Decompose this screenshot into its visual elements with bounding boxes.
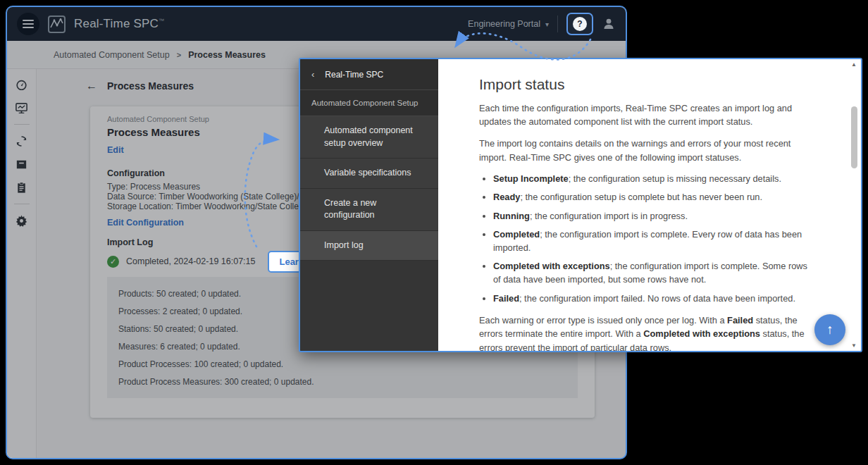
bullet-completed-with-exceptions: Completed with exceptions; the configura… (493, 260, 814, 286)
help-scrollbar[interactable]: ▲ ▼ (850, 61, 859, 349)
help-panel: ‹ Real-Time SPC Automated Component Setu… (299, 58, 862, 352)
article-title: Import status (479, 76, 814, 93)
bullet-running: Running; the configuration import is in … (493, 210, 814, 223)
help-nav-item-overview[interactable]: Automated component setup overview (300, 116, 438, 159)
article-paragraph-2: The import log contains details on the w… (479, 137, 814, 163)
help-button[interactable]: ? (566, 13, 593, 35)
bullet-completed: Completed; the configuration import is c… (493, 228, 814, 254)
back-to-top-button[interactable]: ↑ (814, 314, 845, 345)
scroll-down-icon[interactable]: ▼ (851, 342, 857, 349)
bullet-setup-incomplete: Setup Incomplete; the configuration setu… (493, 173, 814, 186)
status-bullet-list: Setup Incomplete; the configuration setu… (479, 173, 814, 305)
up-arrow-icon: ↑ (826, 322, 833, 337)
help-nav-filler (300, 261, 438, 351)
chevron-left-icon: ‹ (311, 69, 314, 80)
help-nav: ‹ Real-Time SPC Automated Component Setu… (300, 59, 438, 351)
help-nav-back[interactable]: ‹ Real-Time SPC (300, 59, 438, 90)
scroll-up-icon[interactable]: ▲ (851, 61, 857, 68)
help-article: Import status Each time the configuratio… (438, 59, 861, 351)
bullet-failed: Failed; the configuration import failed.… (493, 292, 814, 306)
help-icon: ? (573, 17, 587, 31)
help-nav-section-label: Automated Component Setup (300, 90, 438, 116)
help-nav-item-variable-specs[interactable]: Variable specifications (300, 159, 438, 189)
help-nav-item-create-config[interactable]: Create a new configuration (300, 189, 438, 231)
article-paragraph-3: Each warning or error type is issued onl… (479, 314, 814, 352)
help-nav-item-import-log[interactable]: Import log (300, 231, 438, 261)
help-nav-back-label: Real-Time SPC (325, 70, 383, 80)
scrollbar-thumb[interactable] (851, 106, 857, 168)
bullet-ready: Ready; the configuration setup is comple… (493, 191, 814, 204)
article-paragraph-1: Each time the configuration imports, Rea… (479, 101, 814, 128)
